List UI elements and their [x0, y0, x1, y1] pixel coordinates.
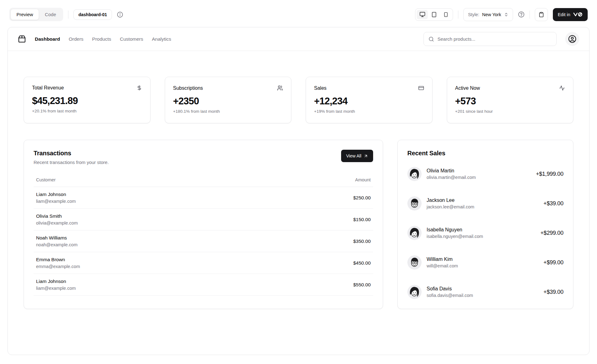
sale-customer-email: jackson.lee@email.com — [427, 204, 474, 209]
block-name-badge: dashboard-01 — [73, 9, 112, 20]
customer-email: noah@example.com — [36, 242, 77, 247]
stat-card-title: Active Now — [455, 85, 480, 91]
list-item[interactable]: Isabella Nguyen isabella.nguyen@email.co… — [407, 226, 563, 240]
info-icon[interactable] — [117, 11, 123, 18]
style-select-value: New York — [482, 12, 501, 17]
stat-card: Total Revenue $45,231.89 +20.1% from las… — [24, 77, 150, 123]
help-circle-icon — [518, 11, 525, 18]
stat-card-change: +180.1% from last month — [173, 109, 283, 114]
avatar — [407, 285, 422, 299]
sale-customer-name: Sofia Davis — [427, 286, 473, 292]
view-all-label: View All — [346, 153, 361, 158]
transactions-table-header: Customer Amount — [34, 174, 373, 187]
stat-card: Sales +12,234 +19% from last month — [306, 77, 433, 123]
sale-customer-name: Olivia Martin — [427, 168, 476, 174]
edit-in-v0-button[interactable]: Edit in — [553, 8, 588, 21]
toolbar-right: Style: New York Edit in — [415, 8, 588, 21]
page: Preview Code dashboard-01 — [0, 0, 597, 364]
table-row[interactable]: Liam Johnson liam@example.com $550.00 — [34, 274, 373, 296]
sale-customer-email: sofia.davis@email.com — [427, 293, 473, 298]
customer-email: liam@example.com — [36, 286, 76, 291]
stat-card-change: +201 since last hour — [455, 109, 565, 114]
sale-amount: +$99.00 — [544, 259, 563, 266]
view-mode-tab[interactable]: Code — [39, 9, 62, 20]
chevrons-up-down-icon — [504, 12, 508, 17]
preview-code-switcher: Preview Code — [9, 8, 63, 21]
list-item[interactable]: Olivia Martin olivia.martin@email.com +$… — [407, 167, 563, 181]
sale-amount: +$299.00 — [540, 230, 563, 236]
copy-code-button[interactable] — [535, 8, 548, 21]
search-icon — [428, 36, 434, 42]
stat-card-title: Subscriptions — [173, 85, 203, 91]
style-select-label: Style: — [468, 12, 479, 17]
help-button[interactable] — [518, 11, 525, 18]
view-mode-tab[interactable]: Preview — [11, 9, 39, 20]
edit-in-v0-label: Edit in — [558, 12, 570, 17]
sale-amount: +$39.00 — [544, 289, 563, 295]
recent-sales-title: Recent Sales — [407, 150, 563, 157]
recent-sales-panel: Recent Sales Olivia Martin olivia.martin… — [397, 140, 573, 309]
stat-card-change: +20.1% from last month — [32, 109, 142, 113]
list-item[interactable]: Sofia Davis sofia.davis@email.com +$39.0… — [407, 285, 563, 299]
package-icon[interactable] — [18, 35, 26, 43]
stat-card-icon — [559, 85, 565, 91]
sale-amount: +$1,999.00 — [536, 171, 563, 177]
device-preview-switcher — [415, 8, 453, 21]
recent-sales-list: Olivia Martin olivia.martin@email.com +$… — [407, 167, 563, 299]
dashboard-main: Total Revenue $45,231.89 +20.1% from las… — [8, 51, 589, 309]
smartphone-icon — [443, 12, 448, 17]
customer-email: liam@example.com — [36, 199, 76, 204]
nav-link[interactable]: Dashboard — [35, 36, 60, 42]
table-row[interactable]: Noah Williams noah@example.com $350.00 — [34, 230, 373, 252]
stat-card: Subscriptions +2350 +180.1% from last mo… — [165, 77, 292, 123]
list-item[interactable]: William Kim will@email.com +$99.00 — [407, 255, 563, 270]
nav-link[interactable]: Analytics — [152, 36, 171, 42]
style-select[interactable]: Style: New York — [463, 8, 513, 21]
transaction-amount: $250.00 — [353, 195, 371, 201]
stat-card-title: Total Revenue — [32, 85, 64, 91]
stat-card-icon — [137, 85, 142, 91]
list-item[interactable]: Jackson Lee jackson.lee@email.com +$39.0… — [407, 196, 563, 211]
user-menu-button[interactable] — [565, 32, 579, 46]
circle-user-icon — [568, 35, 576, 43]
nav-link[interactable]: Orders — [69, 36, 83, 42]
mobile-view-button[interactable] — [440, 10, 451, 19]
transaction-amount: $150.00 — [353, 217, 371, 222]
customer-name: Liam Johnson — [36, 279, 76, 284]
avatar — [407, 255, 422, 270]
table-row[interactable]: Emma Brown emma@example.com $450.00 — [34, 252, 373, 274]
nav-link[interactable]: Products — [92, 36, 111, 42]
bottom-grid: Transactions Recent transactions from yo… — [24, 140, 573, 309]
nav-link[interactable]: Customers — [120, 36, 143, 42]
sale-amount: +$39.00 — [544, 200, 563, 207]
top-toolbar: Preview Code dashboard-01 — [0, 0, 597, 27]
stat-card-value: $45,231.89 — [32, 95, 142, 107]
toolbar-separator — [458, 11, 458, 19]
column-header-customer: Customer — [36, 177, 56, 182]
sale-customer-name: Jackson Lee — [427, 198, 474, 203]
toolbar-separator — [530, 11, 530, 19]
transaction-amount: $350.00 — [353, 239, 371, 244]
transactions-title: Transactions — [34, 150, 109, 157]
search-input[interactable] — [437, 36, 552, 42]
desktop-view-button[interactable] — [417, 10, 428, 19]
table-row[interactable]: Olivia Smith olivia@example.com $150.00 — [34, 209, 373, 230]
avatar — [407, 167, 422, 181]
customer-email: emma@example.com — [36, 264, 80, 269]
stat-card-value: +573 — [455, 96, 565, 107]
product-search — [423, 32, 557, 46]
sale-customer-name: William Kim — [427, 257, 458, 262]
customer-name: Emma Brown — [36, 257, 80, 262]
tablet-view-button[interactable] — [428, 10, 440, 19]
monitor-icon — [419, 11, 425, 17]
clipboard-icon — [539, 12, 544, 17]
stat-card-value: +2350 — [173, 96, 283, 107]
transactions-subtitle: Recent transactions from your store. — [34, 160, 109, 165]
stat-card-value: +12,234 — [314, 96, 424, 107]
customer-email: olivia@example.com — [36, 221, 78, 225]
dashboard-preview-frame: Dashboard Orders Products Customers Anal… — [7, 27, 590, 355]
avatar — [407, 226, 422, 240]
table-row[interactable]: Liam Johnson liam@example.com $250.00 — [34, 187, 373, 209]
arrow-up-right-icon — [363, 154, 368, 158]
view-all-button[interactable]: View All — [341, 150, 373, 162]
